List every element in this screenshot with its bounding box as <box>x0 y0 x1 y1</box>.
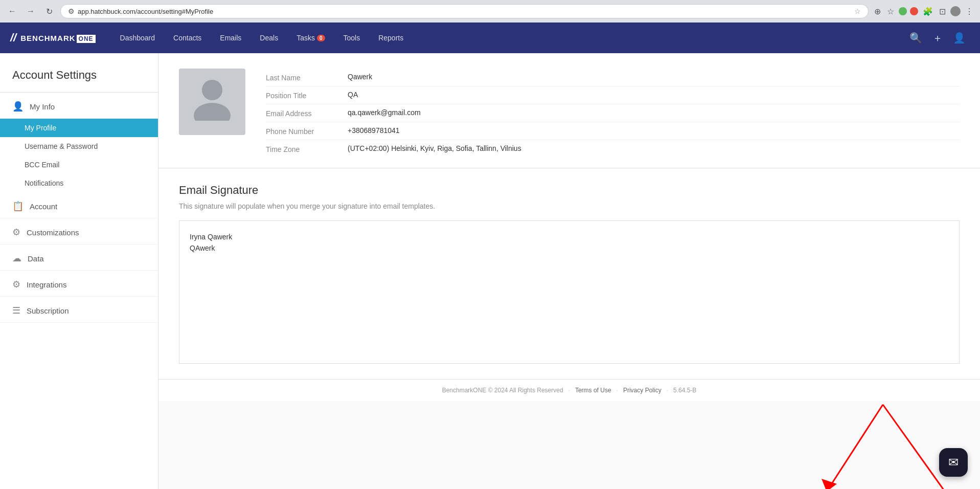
footer-sep2: · <box>617 387 618 394</box>
myinfo-icon: 👤 <box>12 101 24 112</box>
logo-one: ONE <box>77 35 96 43</box>
browser-chrome: ← → ↻ ⚙ app.hatchbuck.com/account/settin… <box>0 0 980 23</box>
sidebar-section-data: ☁ Data <box>0 244 158 271</box>
nav-dashboard[interactable]: Dashboard <box>111 23 165 53</box>
field-value-email: qa.qawerk@gmail.com <box>348 108 421 117</box>
sidebar-group-integrations[interactable]: ⚙ Integrations <box>0 271 158 297</box>
signature-section: Email Signature This signature will popu… <box>158 168 980 379</box>
nav-contacts[interactable]: Contacts <box>164 23 211 53</box>
account-label: Account <box>30 202 57 211</box>
user-button[interactable]: 👤 <box>949 29 970 47</box>
customizations-icon: ⚙ <box>12 227 20 238</box>
field-value-timezone: (UTC+02:00) Helsinki, Kyiv, Riga, Sofia,… <box>348 144 521 152</box>
sidebar-section-myinfo: 👤 My Info My Profile Username & Password… <box>0 93 158 192</box>
field-value-phone: +380689781041 <box>348 126 400 135</box>
sidebar-item-username-password[interactable]: Username & Password <box>0 137 158 155</box>
avatar-icon <box>950 6 961 16</box>
translate-icon[interactable]: ⊕ <box>873 5 882 18</box>
status-indicator <box>899 7 907 15</box>
nav-right: 🔍 ＋ 👤 <box>905 28 970 48</box>
account-icon: 📋 <box>12 201 24 212</box>
sidebar-item-myprofile[interactable]: My Profile <box>0 119 158 137</box>
myinfo-label: My Info <box>30 102 55 111</box>
nav-emails[interactable]: Emails <box>211 23 250 53</box>
footer-copyright: BenchmarkONE © 2024 All Rights Reserved <box>442 387 563 394</box>
field-lastname: Last Name Qawerk <box>266 69 960 86</box>
field-label-position: Position Title <box>266 91 348 100</box>
field-email: Email Address qa.qawerk@gmail.com <box>266 104 960 122</box>
sidebar-section-customizations: ⚙ Customizations <box>0 218 158 244</box>
subscription-icon: ☰ <box>12 305 20 316</box>
customizations-label: Customizations <box>27 228 79 237</box>
footer-terms[interactable]: Terms of Use <box>575 387 611 394</box>
footer-sep1: · <box>568 387 570 394</box>
sidebar-group-customizations[interactable]: ⚙ Customizations <box>0 218 158 244</box>
sidebar-group-subscription[interactable]: ☰ Subscription <box>0 297 158 323</box>
profile-section: Last Name Qawerk Position Title QA Email… <box>158 53 980 168</box>
signature-line2: QAwerk <box>190 242 949 254</box>
sidebar-item-bcc-email[interactable]: BCC Email <box>0 155 158 174</box>
integrations-icon: ⚙ <box>12 279 20 290</box>
integrations-label: Integrations <box>27 280 66 289</box>
footer-sep3: · <box>667 387 668 394</box>
signature-description: This signature will populate when you me… <box>179 202 960 210</box>
nav-tasks[interactable]: Tasks 0 <box>287 23 334 53</box>
forward-button[interactable]: → <box>24 4 38 18</box>
logo-slash: // <box>10 31 16 45</box>
nav-deals[interactable]: Deals <box>250 23 287 53</box>
indicator-2 <box>910 7 918 15</box>
back-button[interactable]: ← <box>5 4 19 18</box>
avatar-container <box>179 69 245 135</box>
refresh-button[interactable]: ↻ <box>42 4 56 18</box>
avatar-placeholder-icon <box>192 75 233 129</box>
subscription-label: Subscription <box>27 306 69 315</box>
nav-links: Dashboard Contacts Emails Deals Tasks 0 … <box>111 23 905 53</box>
window-toggle-icon[interactable]: ⊡ <box>938 5 947 18</box>
app-logo: // BENCHMARKONE <box>10 31 96 45</box>
field-label-phone: Phone Number <box>266 126 348 136</box>
data-icon: ☁ <box>12 253 21 264</box>
sidebar-group-data[interactable]: ☁ Data <box>0 244 158 271</box>
main-content: Last Name Qawerk Position Title QA Email… <box>158 53 980 489</box>
nav-reports[interactable]: Reports <box>369 23 413 53</box>
svg-marker-4 <box>822 479 837 489</box>
app-layout: Account Settings 👤 My Info My Profile Us… <box>0 53 980 489</box>
field-timezone: Time Zone (UTC+02:00) Helsinki, Kyiv, Ri… <box>266 140 960 158</box>
svg-point-1 <box>194 103 231 121</box>
address-bar[interactable]: ⚙ app.hatchbuck.com/account/setting#MyPr… <box>60 4 869 18</box>
tasks-badge: 0 <box>317 35 325 41</box>
sidebar: Account Settings 👤 My Info My Profile Us… <box>0 53 158 489</box>
url-text: app.hatchbuck.com/account/setting#MyProf… <box>78 8 851 15</box>
search-button[interactable]: 🔍 <box>905 29 926 47</box>
svg-point-0 <box>202 80 222 100</box>
field-value-position: QA <box>348 91 358 99</box>
field-label-timezone: Time Zone <box>266 144 348 153</box>
bookmark-icon[interactable]: ☆ <box>885 5 896 18</box>
sidebar-item-notifications[interactable]: Notifications <box>0 174 158 192</box>
profile-fields: Last Name Qawerk Position Title QA Email… <box>266 69 960 158</box>
floating-email-button[interactable]: ✉ <box>939 448 968 477</box>
field-value-lastname: Qawerk <box>348 73 372 81</box>
svg-line-2 <box>827 405 883 489</box>
signature-line1: Iryna Qawerk <box>190 231 949 242</box>
footer-version: 5.64.5-B <box>673 387 696 394</box>
nav-tools[interactable]: Tools <box>334 23 370 53</box>
sidebar-group-account[interactable]: 📋 Account <box>0 192 158 218</box>
sidebar-section-account: 📋 Account <box>0 192 158 218</box>
field-label-lastname: Last Name <box>266 73 348 82</box>
field-position: Position Title QA <box>266 86 960 104</box>
signature-box[interactable]: Iryna Qawerk QAwerk <box>179 220 960 364</box>
sidebar-heading: Account Settings <box>0 53 158 93</box>
field-phone: Phone Number +380689781041 <box>266 122 960 140</box>
extensions-icon[interactable]: 🧩 <box>921 5 935 18</box>
app-footer: BenchmarkONE © 2024 All Rights Reserved … <box>158 379 980 401</box>
footer-privacy[interactable]: Privacy Policy <box>623 387 662 394</box>
sidebar-group-myinfo[interactable]: 👤 My Info <box>0 93 158 119</box>
data-label: Data <box>28 254 44 263</box>
app-nav: // BENCHMARKONE Dashboard Contacts Email… <box>0 23 980 53</box>
signature-title: Email Signature <box>179 184 960 197</box>
browser-actions: ⊕ ☆ 🧩 ⊡ ⋮ <box>873 5 975 18</box>
sidebar-section-integrations: ⚙ Integrations <box>0 271 158 297</box>
menu-icon[interactable]: ⋮ <box>964 5 975 18</box>
add-button[interactable]: ＋ <box>928 28 947 48</box>
